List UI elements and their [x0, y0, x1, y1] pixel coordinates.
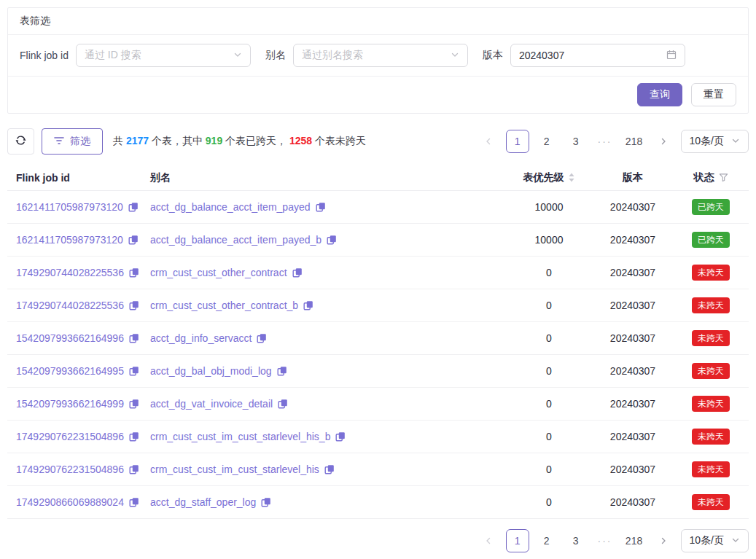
page-button-2[interactable]: 2 [535, 529, 558, 552]
job-id-cell: 1749290762231504896 [7, 464, 150, 475]
table-header-row: Flink job id 别名 表优先级 版本 状态 [7, 165, 749, 191]
priority-value: 0 [505, 431, 593, 442]
alias-link[interactable]: acct_dg_staff_oper_log [150, 496, 256, 508]
version-value: 20240307 [593, 464, 673, 475]
version-input[interactable] [519, 50, 666, 61]
flink-job-id-label: Flink job id [20, 50, 69, 61]
status-cell: 未跨天 [673, 265, 749, 281]
summary-text: 共 2177 个表，其中 919 个表已跨天， 1258 个表未跨天 [113, 135, 366, 148]
job-id-link[interactable]: 1749290744028225536 [16, 300, 124, 311]
copy-icon[interactable] [129, 431, 139, 442]
job-id-cell: 1749290762231504896 [7, 431, 150, 442]
chevron-down-icon [731, 535, 740, 547]
alias-link[interactable]: acct_dg_vat_invoice_detail [150, 398, 273, 410]
status-badge: 未跨天 [692, 461, 730, 477]
copy-icon[interactable] [129, 300, 139, 310]
chevron-down-icon [233, 50, 242, 61]
alias-select[interactable]: 通过别名搜索 [293, 44, 468, 67]
status-badge: 未跨天 [692, 297, 730, 313]
status-cell: 未跨天 [673, 461, 749, 477]
page-size-select[interactable]: 10条/页 [681, 130, 749, 153]
refresh-icon [15, 135, 26, 148]
flink-job-id-select[interactable]: 通过 ID 搜索 [76, 44, 251, 67]
query-button[interactable]: 查询 [637, 83, 682, 106]
filter-toggle-button[interactable]: 筛选 [42, 128, 103, 155]
copy-icon[interactable] [129, 267, 139, 278]
next-page-button[interactable] [652, 130, 675, 153]
copy-icon[interactable] [327, 235, 337, 245]
status-badge: 未跨天 [692, 494, 730, 510]
copy-icon[interactable] [278, 399, 288, 409]
job-id-cell: 1749290744028225536 [7, 300, 150, 311]
page-button-3[interactable]: 3 [564, 130, 588, 153]
header-priority[interactable]: 表优先级 [505, 171, 593, 184]
page-button-1[interactable]: 1 [506, 130, 529, 153]
table-row: 1621411705987973120acct_dg_balance_acct_… [7, 224, 749, 257]
alias-link[interactable]: acct_dg_balance_acct_item_payed [150, 201, 311, 213]
copy-icon[interactable] [316, 202, 326, 212]
table-row: 1749290762231504896crm_cust_cust_im_cust… [7, 453, 749, 486]
status-badge: 未跨天 [692, 265, 730, 281]
page-button-218[interactable]: 218 [623, 130, 646, 153]
toolbar: 筛选 共 2177 个表，其中 919 个表已跨天， 1258 个表未跨天 12… [7, 128, 749, 155]
version-value: 20240307 [593, 267, 673, 278]
job-id-cell: 1621411705987973120 [7, 234, 150, 246]
job-id-link[interactable]: 1542097993662164999 [16, 398, 124, 410]
status-cell: 未跨天 [673, 396, 749, 412]
job-id-link[interactable]: 1621411705987973120 [16, 234, 123, 246]
table-row: 1542097993662164996acct_dg_info_servacct… [7, 322, 749, 355]
page-button-218[interactable]: 218 [623, 529, 646, 552]
reset-button[interactable]: 重置 [691, 83, 736, 106]
job-id-link[interactable]: 1749290744028225536 [16, 267, 124, 278]
alias-link[interactable]: crm_cust_cust_im_cust_starlevel_his [150, 464, 319, 475]
filter-toggle-label: 筛选 [70, 135, 90, 148]
copy-icon[interactable] [257, 333, 267, 343]
job-id-link[interactable]: 1749290762231504896 [16, 464, 124, 475]
copy-icon[interactable] [292, 267, 303, 278]
copy-icon[interactable] [129, 497, 139, 507]
job-id-link[interactable]: 1621411705987973120 [16, 201, 123, 213]
copy-icon[interactable] [128, 202, 139, 212]
job-id-link[interactable]: 1749290762231504896 [16, 431, 124, 442]
header-status: 状态 [673, 171, 749, 184]
copy-icon[interactable] [261, 497, 271, 507]
alias-link[interactable]: crm_cust_cust_other_contract_b [150, 300, 298, 311]
copy-icon[interactable] [129, 366, 139, 376]
status-cell: 未跨天 [673, 363, 749, 379]
next-page-button[interactable] [652, 529, 675, 552]
page-button-3[interactable]: 3 [564, 529, 588, 552]
copy-icon[interactable] [128, 235, 139, 245]
alias-link[interactable]: crm_cust_cust_other_contract [150, 267, 287, 278]
alias-label: 别名 [265, 49, 286, 62]
status-cell: 未跨天 [673, 494, 749, 510]
alias-link[interactable]: acct_dg_info_servacct [150, 332, 252, 344]
refresh-button[interactable] [7, 128, 34, 155]
job-id-link[interactable]: 1749290866069889024 [16, 496, 124, 508]
alias-link[interactable]: acct_dg_bal_obj_modi_log [150, 365, 272, 377]
page-button-2[interactable]: 2 [535, 130, 558, 153]
alias-link[interactable]: crm_cust_cust_im_cust_starlevel_his_b [150, 431, 330, 442]
prev-page-button[interactable] [477, 529, 500, 552]
chevron-down-icon [731, 136, 740, 147]
sort-carets-icon[interactable] [568, 172, 575, 183]
copy-icon[interactable] [324, 464, 335, 474]
prev-page-button[interactable] [477, 130, 500, 153]
copy-icon[interactable] [129, 464, 139, 474]
version-date-input[interactable] [510, 44, 685, 67]
alias-cell: crm_cust_cust_im_cust_starlevel_his_b [150, 431, 505, 442]
alias-link[interactable]: acct_dg_balance_acct_item_payed_b [150, 234, 322, 246]
job-id-link[interactable]: 1542097993662164995 [16, 365, 124, 377]
copy-icon[interactable] [129, 333, 139, 343]
priority-value: 0 [505, 365, 593, 377]
copy-icon[interactable] [335, 431, 346, 442]
copy-icon[interactable] [303, 300, 313, 310]
status-badge: 未跨天 [692, 330, 730, 346]
page-size-select[interactable]: 10条/页 [681, 529, 749, 552]
copy-icon[interactable] [129, 399, 139, 409]
copy-icon[interactable] [277, 366, 287, 376]
alias-cell: acct_dg_staff_oper_log [150, 496, 505, 508]
filter-funnel-icon[interactable] [719, 173, 728, 182]
chevron-down-icon [451, 50, 459, 61]
page-button-1[interactable]: 1 [506, 529, 529, 552]
job-id-link[interactable]: 1542097993662164996 [16, 332, 124, 344]
